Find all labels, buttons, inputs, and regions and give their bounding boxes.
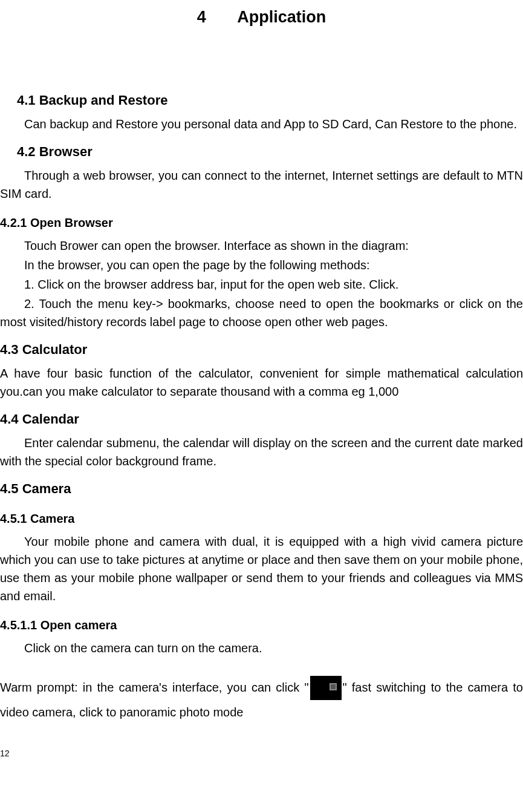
heading-4-3: 4.3 Calculator <box>0 339 523 359</box>
body-4-2-1-p2: In the browser, you can open the page by… <box>0 256 523 274</box>
chapter-number: 4 <box>197 8 206 26</box>
heading-4-1: 4.1 Backup and Restore <box>0 90 523 110</box>
video-camera-icon <box>310 676 342 700</box>
heading-4-2: 4.2 Browser <box>0 142 523 162</box>
chapter-heading: 4 Application <box>0 5 523 30</box>
heading-4-2-1: 4.2.1 Open Browser <box>0 214 523 232</box>
body-4-1: Can backup and Restore you personal data… <box>0 115 523 133</box>
body-4-5-1-1-p1: Click on the camera can turn on the came… <box>0 639 523 657</box>
body-4-2-1-p3: 1. Click on the browser address bar, inp… <box>0 275 523 293</box>
body-4-2: Through a web browser, you can connect t… <box>0 166 523 203</box>
heading-4-5-1-1: 4.5.1.1 Open camera <box>0 616 523 634</box>
heading-4-5-1: 4.5.1 Camera <box>0 509 523 528</box>
body-4-4: Enter calendar submenu, the calendar wil… <box>0 434 523 470</box>
body-4-2-1-p4: 2. Touch the menu key-> bookmarks, choos… <box>0 295 523 331</box>
page-number: 12 <box>0 747 523 760</box>
body-4-2-1-p1: Touch Brower can open the browser. Inter… <box>0 237 523 255</box>
heading-4-5: 4.5 Camera <box>0 479 523 499</box>
body-4-3: A have four basic function of the calcul… <box>0 364 523 401</box>
warm-prompt-before: Warm prompt: in the camera's interface, … <box>0 681 309 694</box>
chapter-title: Application <box>237 8 326 26</box>
heading-4-4: 4.4 Calendar <box>0 409 523 429</box>
body-4-5-1-1-p2: Warm prompt: in the camera's interface, … <box>0 675 523 725</box>
body-4-5-1: Your mobile phone and camera with dual, … <box>0 532 523 605</box>
